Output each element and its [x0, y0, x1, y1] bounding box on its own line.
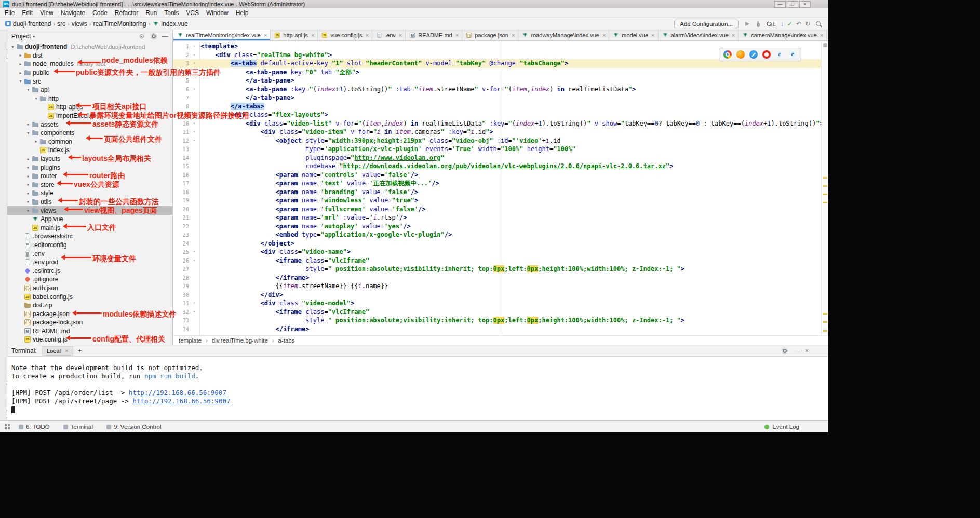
tree-item-editorconfig[interactable]: .editorconfig — [7, 241, 172, 250]
close-button[interactable]: × — [799, 1, 811, 8]
editor-tab-alarmvideos-index-vue[interactable]: alarmVideos\index.vue× — [659, 30, 739, 40]
editor-tab-cameramanage-index-vue[interactable]: cameraManage\index.vue× — [739, 30, 827, 40]
tree-item-gitignore[interactable]: .gitignore — [7, 275, 172, 284]
close-tab-icon[interactable]: × — [399, 32, 402, 38]
tree-item-utils[interactable]: ▸utils — [7, 198, 172, 207]
editor-stripe[interactable] — [821, 41, 828, 335]
chrome-browser-icon[interactable] — [723, 50, 732, 59]
tree-item-public[interactable]: ▸public — [7, 69, 172, 77]
tree-item-main-js[interactable]: main.js — [7, 223, 172, 232]
code-editor[interactable]: 1▾<template>2▾ <div class="realTime bg-w… — [173, 41, 821, 335]
tree-item-components[interactable]: ▾components — [7, 129, 172, 138]
menu-window[interactable]: Window — [203, 9, 232, 17]
breadcrumb-realtimemonitoring[interactable]: realTimeMonitoring — [93, 20, 146, 28]
close-panel-icon[interactable]: × — [805, 347, 809, 355]
menu-edit[interactable]: Edit — [18, 9, 36, 17]
tree-item-package-json[interactable]: package.json — [7, 309, 172, 318]
terminal-link[interactable]: http://192.168.66.56:9007 — [129, 389, 226, 397]
close-tab-icon[interactable]: × — [732, 32, 735, 38]
git-commit-icon[interactable]: ✓ — [787, 20, 793, 28]
editor-tab-model-vue[interactable]: model.vue× — [609, 30, 658, 40]
tree-item-dist-zip[interactable]: dist.zip — [7, 301, 172, 310]
status-terminal[interactable]: Terminal — [63, 424, 93, 430]
tree-item-env-prod[interactable]: .env.prod — [7, 258, 172, 267]
editor-tab-readme-md[interactable]: README.md× — [406, 30, 462, 40]
tree-item-readme-md[interactable]: README.md — [7, 327, 172, 336]
close-tab-icon[interactable]: × — [366, 32, 369, 38]
close-tab-icon[interactable]: × — [651, 32, 654, 38]
toolwindow-switcher-icon[interactable] — [4, 424, 10, 430]
opera-browser-icon[interactable] — [762, 50, 771, 59]
menu-navigate[interactable]: Navigate — [57, 9, 89, 17]
close-tab-icon[interactable]: × — [820, 32, 823, 38]
terminal-output[interactable]: Note that the development build is not o… — [7, 357, 828, 414]
editor-tab-env[interactable]: .env× — [372, 30, 406, 40]
close-tab-icon[interactable]: × — [455, 32, 459, 38]
breadcrumb-template[interactable]: template — [179, 337, 202, 344]
minimize-panel-icon[interactable]: — — [794, 347, 800, 355]
menu-vcs[interactable]: VCS — [182, 9, 203, 17]
search-icon[interactable] — [815, 20, 822, 28]
tree-item-babel-config-js[interactable]: babel.config.js — [7, 292, 172, 301]
git-update-icon[interactable]: ↓ — [781, 20, 784, 28]
tree-item-package-lock-json[interactable]: package-lock.json — [7, 318, 172, 327]
project-panel-title[interactable]: Project — [11, 33, 31, 40]
tree-item-index-js[interactable]: index.js — [7, 146, 172, 155]
tree-item-store[interactable]: ▸store — [7, 181, 172, 189]
edge-browser-icon[interactable] — [788, 50, 797, 59]
close-tab-icon[interactable]: × — [264, 32, 267, 38]
run-icon[interactable] — [743, 20, 750, 28]
tree-item-eslintrc-js[interactable]: .eslintrc.js — [7, 266, 172, 275]
editor-tab-http-api-js[interactable]: http-api.js× — [271, 30, 318, 40]
breadcrumb-a-tabs[interactable]: a-tabs — [278, 337, 294, 344]
tree-item-env[interactable]: .env — [7, 249, 172, 258]
tree-item-router[interactable]: ▸router — [7, 172, 172, 181]
tree-item-assets[interactable]: ▸assets — [7, 120, 172, 129]
tree-item-duoji-frontend[interactable]: ▾duoji-frontendD:\zheheWeb\duoji-fronten… — [7, 43, 172, 51]
close-icon[interactable]: × — [65, 348, 68, 354]
tree-item-importexcel-js[interactable]: importExcel.js — [7, 112, 172, 120]
terminal-tab-local[interactable]: Local × — [42, 346, 73, 356]
menu-code[interactable]: Code — [89, 9, 111, 17]
tree-item-http[interactable]: ▾http — [7, 94, 172, 103]
editor-tab-vue-config-js[interactable]: vue.config.js× — [318, 30, 372, 40]
close-tab-icon[interactable]: × — [512, 32, 515, 38]
project-settings-gear-icon[interactable] — [150, 33, 157, 40]
menu-view[interactable]: View — [36, 9, 57, 17]
tree-item-http-api-js[interactable]: http-api.js — [7, 103, 172, 112]
editor-tab-package-json[interactable]: package.json× — [462, 30, 518, 40]
tree-item-auth-json[interactable]: auth.json — [7, 284, 172, 293]
minimize-button[interactable]: — — [774, 1, 786, 8]
editor-tab-roadwaymanage-index-vue[interactable]: roadwayManage\index.vue× — [518, 30, 609, 40]
hide-panel-icon[interactable]: — — [162, 33, 168, 40]
tree-item-plugins[interactable]: ▸plugins — [7, 163, 172, 172]
history-icon[interactable]: ↻ — [805, 20, 810, 28]
git-revert-icon[interactable]: ↶ — [796, 20, 801, 28]
new-terminal-button[interactable]: + — [78, 347, 82, 355]
menu-file[interactable]: File — [1, 9, 18, 17]
terminal-settings-gear-icon[interactable] — [781, 347, 788, 355]
tree-item-common[interactable]: ▸common — [7, 138, 172, 146]
tree-item-dist[interactable]: ▸dist — [7, 51, 172, 60]
tree-item-app-vue[interactable]: App.vue — [7, 215, 172, 224]
tree-item-browserslistrc[interactable]: .browserslistrc — [7, 232, 172, 241]
breadcrumb-index-vue[interactable]: index.vue — [152, 20, 187, 28]
tree-item-views[interactable]: ▸views — [7, 206, 172, 215]
tree-item-api[interactable]: ▾api — [7, 86, 172, 94]
tree-item-src[interactable]: ▾src — [7, 77, 172, 86]
menu-run[interactable]: Run — [142, 9, 160, 17]
status-9-version-control[interactable]: 9: Version Control — [106, 424, 161, 430]
breadcrumb-src[interactable]: src — [57, 20, 65, 28]
tree-item-node-modules[interactable]: ▸node_moduleslibrary root — [7, 60, 172, 69]
menu-tools[interactable]: Tools — [160, 9, 182, 17]
menu-help[interactable]: Help — [232, 9, 252, 17]
chevron-down-icon[interactable]: ▾ — [33, 34, 35, 39]
ie-browser-icon[interactable] — [775, 50, 784, 59]
debug-icon[interactable] — [755, 20, 762, 28]
safari-browser-icon[interactable] — [749, 50, 758, 59]
menu-refactor[interactable]: Refactor — [111, 9, 142, 17]
add-configuration-button[interactable]: Add Configuration... — [674, 20, 739, 28]
firefox-browser-icon[interactable] — [736, 50, 745, 59]
tree-item-layouts[interactable]: ▸layouts — [7, 155, 172, 163]
maximize-button[interactable]: □ — [787, 1, 798, 8]
